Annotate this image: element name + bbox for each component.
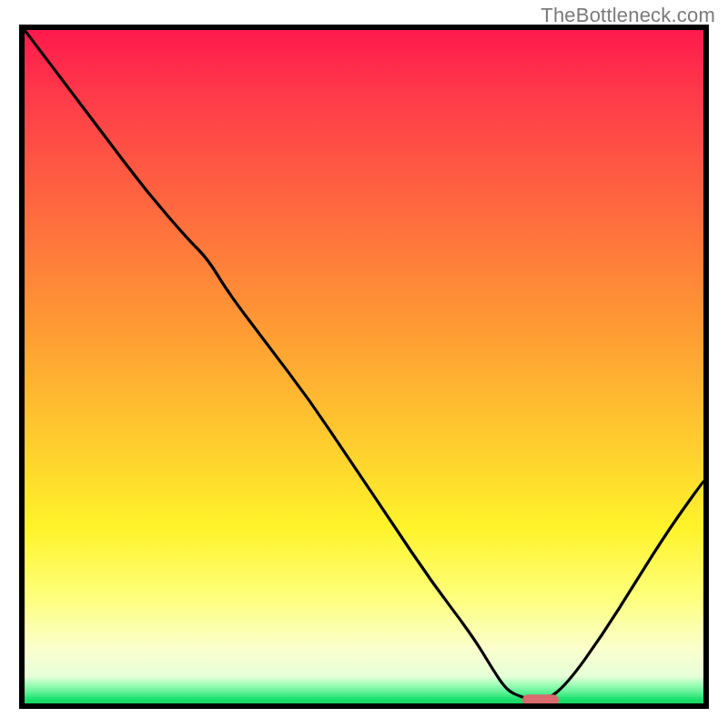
plot-frame — [19, 25, 709, 709]
bottleneck-curve — [25, 30, 703, 703]
optimum-marker — [522, 694, 559, 703]
plot-area — [25, 30, 703, 703]
curve-path — [25, 30, 703, 700]
chart-container: TheBottleneck.com — [0, 0, 728, 728]
